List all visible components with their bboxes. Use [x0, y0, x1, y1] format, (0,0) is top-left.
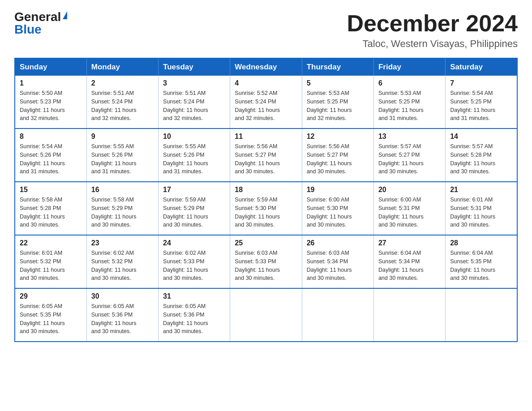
- day-number: 8: [20, 133, 82, 141]
- day-number: 12: [307, 133, 369, 141]
- day-info: Sunrise: 6:03 AMSunset: 5:34 PMDaylight:…: [307, 249, 369, 283]
- calendar-table: SundayMondayTuesdayWednesdayThursdayFrid…: [14, 58, 518, 342]
- calendar-day-cell: 15Sunrise: 5:58 AMSunset: 5:28 PMDayligh…: [15, 182, 86, 235]
- day-info: Sunrise: 6:00 AMSunset: 5:31 PMDaylight:…: [378, 196, 441, 229]
- day-number: 26: [307, 239, 369, 247]
- day-info: Sunrise: 6:03 AMSunset: 5:33 PMDaylight:…: [235, 249, 297, 283]
- month-title: December 2024: [347, 11, 518, 36]
- calendar-day-cell: 9Sunrise: 5:55 AMSunset: 5:26 PMDaylight…: [86, 128, 158, 182]
- day-number: 2: [91, 79, 154, 87]
- day-number: 18: [235, 186, 297, 194]
- day-number: 10: [163, 133, 225, 141]
- calendar-day-cell: 4Sunrise: 5:52 AMSunset: 5:24 PMDaylight…: [230, 76, 302, 128]
- day-info: Sunrise: 5:54 AMSunset: 5:25 PMDaylight:…: [450, 89, 512, 123]
- day-info: Sunrise: 5:55 AMSunset: 5:26 PMDaylight:…: [91, 142, 154, 176]
- day-number: 25: [235, 239, 297, 247]
- calendar-week-row: 1Sunrise: 5:50 AMSunset: 5:23 PMDaylight…: [15, 76, 517, 128]
- calendar-day-cell: 16Sunrise: 5:58 AMSunset: 5:29 PMDayligh…: [86, 182, 158, 235]
- calendar-day-cell: 21Sunrise: 6:01 AMSunset: 5:31 PMDayligh…: [446, 182, 517, 235]
- calendar-day-cell: 12Sunrise: 5:56 AMSunset: 5:27 PMDayligh…: [302, 128, 373, 182]
- day-number: 14: [450, 133, 512, 141]
- logo-triangle-icon: [63, 11, 67, 19]
- calendar-day-cell: 23Sunrise: 6:02 AMSunset: 5:32 PMDayligh…: [86, 235, 158, 288]
- calendar-week-row: 8Sunrise: 5:54 AMSunset: 5:26 PMDaylight…: [15, 128, 517, 182]
- calendar-day-cell: 28Sunrise: 6:04 AMSunset: 5:35 PMDayligh…: [446, 235, 517, 288]
- weekday-header-friday: Friday: [373, 58, 445, 76]
- day-info: Sunrise: 5:58 AMSunset: 5:29 PMDaylight:…: [91, 196, 154, 229]
- day-info: Sunrise: 5:52 AMSunset: 5:24 PMDaylight:…: [235, 89, 297, 123]
- page-header: General Blue December 2024 Taloc, Wester…: [14, 11, 518, 50]
- day-number: 21: [450, 186, 512, 194]
- calendar-day-cell: 5Sunrise: 5:53 AMSunset: 5:25 PMDaylight…: [302, 76, 373, 128]
- calendar-day-cell: 14Sunrise: 5:57 AMSunset: 5:28 PMDayligh…: [446, 128, 517, 182]
- day-number: 16: [91, 186, 154, 194]
- weekday-header-tuesday: Tuesday: [159, 58, 230, 76]
- title-block: December 2024 Taloc, Western Visayas, Ph…: [347, 11, 518, 50]
- day-number: 23: [91, 239, 154, 247]
- day-number: 1: [20, 79, 82, 87]
- day-info: Sunrise: 6:02 AMSunset: 5:32 PMDaylight:…: [91, 249, 154, 283]
- calendar-day-cell: [446, 288, 517, 342]
- calendar-day-cell: 2Sunrise: 5:51 AMSunset: 5:24 PMDaylight…: [86, 76, 158, 128]
- day-info: Sunrise: 5:59 AMSunset: 5:30 PMDaylight:…: [235, 196, 297, 229]
- calendar-day-cell: 6Sunrise: 5:53 AMSunset: 5:25 PMDaylight…: [373, 76, 445, 128]
- calendar-day-cell: 13Sunrise: 5:57 AMSunset: 5:27 PMDayligh…: [373, 128, 445, 182]
- calendar-day-cell: 31Sunrise: 6:05 AMSunset: 5:36 PMDayligh…: [159, 288, 230, 342]
- weekday-header-monday: Monday: [86, 58, 158, 76]
- day-number: 11: [235, 133, 297, 141]
- weekday-header-thursday: Thursday: [302, 58, 373, 76]
- logo: General Blue: [14, 11, 67, 36]
- day-number: 15: [20, 186, 82, 194]
- calendar-day-cell: 27Sunrise: 6:04 AMSunset: 5:34 PMDayligh…: [373, 235, 445, 288]
- calendar-day-cell: 24Sunrise: 6:02 AMSunset: 5:33 PMDayligh…: [159, 235, 230, 288]
- day-number: 27: [378, 239, 441, 247]
- day-number: 24: [163, 239, 225, 247]
- day-info: Sunrise: 6:02 AMSunset: 5:33 PMDaylight:…: [163, 249, 225, 283]
- weekday-header-row: SundayMondayTuesdayWednesdayThursdayFrid…: [15, 58, 517, 76]
- day-info: Sunrise: 5:57 AMSunset: 5:28 PMDaylight:…: [450, 142, 512, 176]
- weekday-header-wednesday: Wednesday: [230, 58, 302, 76]
- weekday-header-sunday: Sunday: [15, 58, 86, 76]
- weekday-header-saturday: Saturday: [446, 58, 517, 76]
- day-number: 5: [307, 79, 369, 87]
- day-number: 6: [378, 79, 441, 87]
- day-number: 4: [235, 79, 297, 87]
- calendar-day-cell: 8Sunrise: 5:54 AMSunset: 5:26 PMDaylight…: [15, 128, 86, 182]
- day-info: Sunrise: 5:56 AMSunset: 5:27 PMDaylight:…: [235, 142, 297, 176]
- calendar-day-cell: 30Sunrise: 6:05 AMSunset: 5:36 PMDayligh…: [86, 288, 158, 342]
- day-number: 3: [163, 79, 225, 87]
- day-number: 28: [450, 239, 512, 247]
- calendar-week-row: 29Sunrise: 6:05 AMSunset: 5:35 PMDayligh…: [15, 288, 517, 342]
- logo-blue-text: Blue: [14, 23, 42, 36]
- day-info: Sunrise: 5:56 AMSunset: 5:27 PMDaylight:…: [307, 142, 369, 176]
- calendar-day-cell: 11Sunrise: 5:56 AMSunset: 5:27 PMDayligh…: [230, 128, 302, 182]
- calendar-day-cell: 29Sunrise: 6:05 AMSunset: 5:35 PMDayligh…: [15, 288, 86, 342]
- day-info: Sunrise: 5:53 AMSunset: 5:25 PMDaylight:…: [307, 89, 369, 123]
- calendar-day-cell: [302, 288, 373, 342]
- calendar-day-cell: [373, 288, 445, 342]
- day-number: 9: [91, 133, 154, 141]
- location-subtitle: Taloc, Western Visayas, Philippines: [347, 38, 518, 50]
- day-number: 7: [450, 79, 512, 87]
- day-info: Sunrise: 6:04 AMSunset: 5:35 PMDaylight:…: [450, 249, 512, 283]
- calendar-day-cell: 25Sunrise: 6:03 AMSunset: 5:33 PMDayligh…: [230, 235, 302, 288]
- day-info: Sunrise: 5:58 AMSunset: 5:28 PMDaylight:…: [20, 196, 82, 229]
- day-info: Sunrise: 6:01 AMSunset: 5:32 PMDaylight:…: [20, 249, 82, 283]
- day-info: Sunrise: 5:51 AMSunset: 5:24 PMDaylight:…: [163, 89, 225, 123]
- day-number: 17: [163, 186, 225, 194]
- day-info: Sunrise: 5:59 AMSunset: 5:29 PMDaylight:…: [163, 196, 225, 229]
- calendar-day-cell: 1Sunrise: 5:50 AMSunset: 5:23 PMDaylight…: [15, 76, 86, 128]
- calendar-week-row: 15Sunrise: 5:58 AMSunset: 5:28 PMDayligh…: [15, 182, 517, 235]
- day-info: Sunrise: 5:53 AMSunset: 5:25 PMDaylight:…: [378, 89, 441, 123]
- calendar-day-cell: 17Sunrise: 5:59 AMSunset: 5:29 PMDayligh…: [159, 182, 230, 235]
- day-number: 30: [91, 292, 154, 300]
- calendar-day-cell: [230, 288, 302, 342]
- calendar-day-cell: 22Sunrise: 6:01 AMSunset: 5:32 PMDayligh…: [15, 235, 86, 288]
- calendar-day-cell: 10Sunrise: 5:55 AMSunset: 5:26 PMDayligh…: [159, 128, 230, 182]
- day-info: Sunrise: 6:05 AMSunset: 5:36 PMDaylight:…: [91, 302, 154, 336]
- calendar-week-row: 22Sunrise: 6:01 AMSunset: 5:32 PMDayligh…: [15, 235, 517, 288]
- day-number: 31: [163, 292, 225, 300]
- day-info: Sunrise: 5:55 AMSunset: 5:26 PMDaylight:…: [163, 142, 225, 176]
- day-info: Sunrise: 5:51 AMSunset: 5:24 PMDaylight:…: [91, 89, 154, 123]
- calendar-day-cell: 19Sunrise: 6:00 AMSunset: 5:30 PMDayligh…: [302, 182, 373, 235]
